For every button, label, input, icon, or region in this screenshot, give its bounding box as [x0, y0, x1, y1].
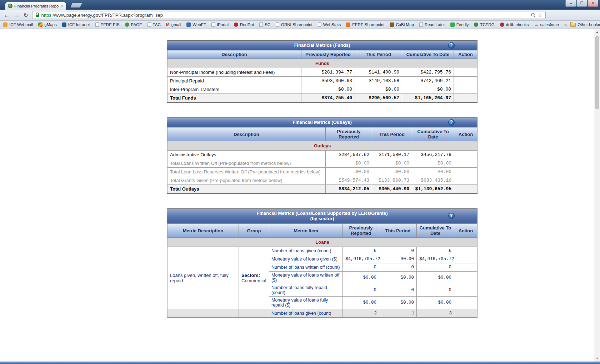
section-header: Outlays	[168, 141, 478, 151]
column-header: Description	[168, 127, 326, 141]
bookmark-label: ORNLSharepoint	[281, 22, 312, 27]
bookmark-item[interactable]: iPortal	[211, 22, 229, 27]
table-row: Total Loan Loss Reserves Written Off (Pr…	[168, 168, 478, 176]
bookmark-label: dclib ebooks	[506, 22, 529, 27]
value-cell: $0.00	[417, 272, 454, 284]
search-icon[interactable]	[531, 12, 536, 17]
bookmark-label: EERE EIS	[101, 22, 120, 27]
bookmark-item[interactable]: TAC	[148, 22, 161, 27]
other-bookmarks-label: Other bookmarks	[578, 22, 600, 27]
value-cell: $133,860.73	[372, 176, 412, 185]
metric-item-cell: Number of loans written off (count)	[269, 263, 343, 272]
tab-favicon-icon	[8, 4, 12, 8]
group-cell	[239, 309, 269, 318]
address-bar[interactable]: https://www.page.energy.gov/FPR/FPR.aspx…	[32, 11, 546, 19]
bookmark-item[interactable]: TCEDG	[474, 22, 494, 27]
bookmark-item[interactable]: ORNLSharepoint	[276, 22, 312, 27]
page-bookmark-icon	[125, 22, 129, 27]
section-header: Loans	[168, 238, 478, 247]
close-button[interactable]: ×	[588, 0, 598, 7]
sc-icon	[259, 22, 263, 27]
scrollbar-thumb[interactable]	[595, 36, 599, 109]
url-scheme: https	[41, 12, 51, 18]
bookmark-item[interactable]: CaBi Map	[390, 22, 414, 27]
bookmark-item[interactable]: Mgmail	[166, 22, 181, 27]
table-row: Number of loans given (count)213	[168, 309, 478, 318]
bookmark-item[interactable]: EERE EIS	[95, 22, 120, 27]
help-icon[interactable]: ?	[448, 213, 455, 219]
column-header: Previously Reported	[326, 127, 372, 141]
bookmark-item[interactable]: ☁salesforce	[534, 22, 559, 27]
metric-item-cell: Number of loans given (count)	[269, 247, 343, 255]
bookmark-item[interactable]: Feedly	[450, 22, 469, 27]
table-row: Principal Repaid$593,360.63$149,108.58$7…	[168, 77, 478, 85]
bookmark-item[interactable]: WebStats	[318, 22, 341, 27]
bookmark-label: WebStats	[323, 22, 341, 27]
bookmark-item[interactable]: ICF Intranet	[62, 22, 90, 27]
value-cell: $593,360.63	[301, 77, 355, 85]
value-cell: $0.00	[379, 255, 417, 263]
value-cell: $742,469.21	[402, 77, 454, 85]
bookmark-item[interactable]: EERE Sharepoint	[346, 22, 384, 27]
bookmark-item[interactable]: RedDot	[234, 22, 254, 27]
value-cell: $0.00	[372, 168, 412, 176]
value-cell: $683,435.16	[412, 176, 454, 185]
bookmark-label: TCEDG	[480, 22, 494, 27]
row-description: Administrative Outlays	[168, 151, 326, 159]
value-cell: $4,916,705.72	[417, 255, 454, 263]
table-row: Total Loans Written Off (Pre-populated f…	[168, 159, 478, 168]
url-text: https://www.page.energy.gov/FPR/FPR.aspx…	[41, 12, 163, 18]
value-cell: $0.00	[343, 272, 379, 284]
value-cell: 6	[417, 247, 454, 255]
table-row: Non-Principal Income (Including Interest…	[168, 68, 478, 77]
bookmark-item[interactable]: SC	[259, 22, 270, 27]
metric-item-cell: Monetary value of loans written off ($)	[269, 272, 343, 284]
scroll-up-button[interactable]: ▲	[594, 29, 600, 35]
bookmark-label: TAC	[153, 22, 161, 27]
metric-item-cell: Number of loans given (count)	[269, 309, 343, 318]
dclib-ebooks-icon	[500, 22, 504, 27]
tab-close-icon[interactable]: ×	[61, 4, 64, 8]
bookmark-item[interactable]: dclib ebooks	[500, 22, 529, 27]
other-bookmarks-button[interactable]: Other bookmarks	[570, 22, 600, 27]
loans-table: Financial Metrics (Loans/Loans Supported…	[167, 208, 478, 318]
maximize-button[interactable]: ☐	[576, 0, 587, 7]
bookmark-item[interactable]: PAGE	[125, 22, 142, 27]
new-tab-button[interactable]	[70, 3, 82, 7]
salesforce-icon: ☁	[534, 22, 539, 27]
bookmarks-overflow-chevron[interactable]: »	[564, 22, 567, 27]
back-button[interactable]: ←	[4, 12, 10, 18]
bookmark-item[interactable]: gMaps	[38, 22, 57, 27]
reddot-icon	[234, 22, 238, 27]
bookmark-item[interactable]: Read Later	[419, 22, 445, 27]
window-titlebar[interactable]: Financial Programs Report × – ☐ ×	[0, 0, 600, 10]
group-cell: Sectors:Commercial	[239, 247, 269, 309]
tac-icon	[148, 22, 151, 27]
bookmark-label: SC	[265, 22, 270, 27]
https-padlock-icon[interactable]	[35, 12, 39, 17]
minimize-button[interactable]: –	[565, 0, 576, 7]
webet-icon	[186, 22, 191, 27]
browser-tab[interactable]: Financial Programs Report ×	[5, 2, 66, 10]
table-row: Loans given, written off, fully repaidSe…	[168, 247, 478, 255]
cabi-map-icon	[390, 22, 394, 27]
bookmark-item[interactable]: WebET	[186, 22, 206, 27]
forward-button[interactable]: →	[14, 12, 20, 18]
help-icon[interactable]: ?	[448, 119, 455, 126]
action-cell	[454, 85, 478, 94]
value-cell: $549,574.43	[326, 176, 372, 185]
group-label: Sectors:	[241, 273, 260, 278]
scroll-down-button[interactable]: ▼	[594, 355, 600, 362]
value-cell: $456,217.79	[412, 151, 454, 159]
value-cell: $0.00	[412, 168, 454, 176]
bookmark-item[interactable]: ICF Webmail	[3, 22, 33, 27]
action-cell	[454, 284, 478, 297]
column-header: This Period	[355, 50, 402, 59]
bookmarks-right: » Other bookmarks	[564, 22, 600, 27]
value-cell: 6	[343, 247, 379, 255]
bookmark-star-icon[interactable]: ☆	[538, 12, 542, 18]
help-icon[interactable]: ?	[448, 42, 455, 49]
refresh-button[interactable]: ↻	[24, 12, 28, 18]
column-header: Action	[454, 127, 478, 141]
page-scrollbar[interactable]: ▲ ▼	[594, 29, 600, 362]
